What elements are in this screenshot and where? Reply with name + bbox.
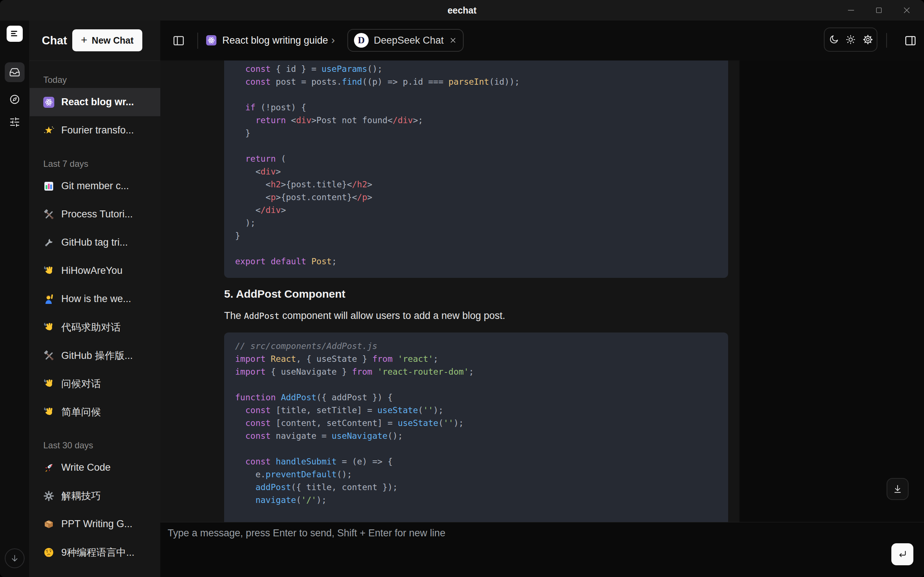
code-line: import React, { useState } from 'react'; [235, 353, 718, 366]
code-line: const [content, setContent] = useState('… [235, 417, 718, 430]
scroll-to-bottom-button[interactable] [887, 478, 909, 500]
chat-item-label: Fourier transfo... [61, 125, 134, 136]
theme-toggle-group [824, 27, 877, 52]
theme-light-button[interactable] [843, 29, 859, 51]
chat-history-item[interactable]: 代码求助对话 [30, 313, 160, 341]
theme-system-button[interactable] [860, 29, 876, 51]
code-line: <p>{post.content}</p> [235, 191, 718, 204]
chat-history-item[interactable]: 问候对话 [30, 369, 160, 398]
chat-item-label: GitHub 操作版... [61, 349, 133, 362]
chat-history-item[interactable]: Process Tutori... [30, 200, 160, 228]
model-tab-close-button[interactable] [449, 36, 457, 44]
arrow-down-to-line-icon [893, 484, 902, 494]
code-line [235, 378, 718, 391]
chat-history-item[interactable]: Fourier transfo... [30, 116, 160, 144]
rail-item-discover[interactable] [5, 89, 24, 109]
code-line: <div> [235, 165, 718, 178]
breadcrumb-topic-title[interactable]: React blog writing guide [222, 21, 328, 61]
chat-history-item[interactable]: React blog wr... [30, 88, 160, 116]
code-line: <h2>{post.title}</h2> [235, 178, 718, 191]
chat-history-item[interactable]: PPT Writing G... [30, 510, 160, 538]
react-logo-icon [43, 97, 54, 108]
deepseek-logo: D [354, 33, 369, 48]
wrench-icon [43, 237, 54, 248]
main-header: React blog writing guide › D DeepSeek Ch… [160, 21, 924, 61]
new-chat-label: New Chat [92, 35, 134, 46]
hammer-wrench-icon [43, 350, 54, 361]
theme-dark-button[interactable] [826, 29, 842, 51]
waving-hand-icon [43, 406, 54, 417]
model-tab-label: DeepSeek Chat [374, 35, 444, 46]
chat-history-item[interactable]: 简单问候 [30, 398, 160, 426]
chat-item-label: 解耦技巧 [61, 489, 101, 503]
code-line: ); [235, 217, 718, 229]
rail-item-settings[interactable] [5, 112, 24, 132]
code-line: return <div>Post not found</div>; [235, 114, 718, 127]
rail-item-chats[interactable] [5, 62, 24, 82]
sidebar-header: Chat + New Chat [30, 21, 160, 61]
app-title: eechat [0, 0, 924, 21]
code-line [235, 89, 718, 101]
send-button[interactable] [891, 543, 913, 565]
code-block-addpost-component: // src/components/AddPost.jsimport React… [224, 332, 728, 523]
message-input[interactable] [167, 527, 865, 572]
code-block-post-component: const { id } = useParams(); const post =… [224, 61, 728, 278]
chat-item-label: React blog wr... [61, 97, 134, 108]
chat-history-item[interactable]: 9种编程语言中... [30, 538, 160, 566]
code-line: import { useNavigate } from 'react-route… [235, 366, 718, 378]
code-line: const post = posts.find((p) => p.id === … [235, 76, 718, 89]
sidebar-title: Chat [42, 21, 67, 61]
chevron-right-icon: › [331, 21, 335, 61]
waving-hand-icon [43, 322, 54, 333]
moon-icon [829, 34, 839, 45]
code-line [235, 442, 718, 455]
chat-message-area[interactable]: const { id } = useParams(); const post =… [160, 61, 924, 522]
code-line: addPost({ title, content }); [235, 481, 718, 494]
panel-left-icon [173, 34, 185, 47]
code-line: function AddPost({ addPost }) { [235, 391, 718, 404]
code-line: const navigate = useNavigate(); [235, 430, 718, 442]
chat-item-label: 9种编程语言中... [61, 546, 135, 559]
minimize-button[interactable] [838, 0, 864, 21]
package-icon [43, 519, 54, 530]
toggle-sidebar-button[interactable] [168, 21, 190, 61]
code-line: } [235, 127, 718, 140]
gear-icon [43, 490, 54, 501]
plus-icon: + [81, 34, 88, 45]
compass-icon [9, 94, 20, 105]
chat-item-label: How is the we... [61, 293, 131, 305]
chat-item-label: Write Code [61, 462, 111, 473]
main-area: React blog writing guide › D DeepSeek Ch… [160, 21, 924, 577]
code-line: } [235, 229, 718, 242]
new-chat-button[interactable]: + New Chat [72, 29, 142, 51]
chat-history-item[interactable]: How is the we... [30, 285, 160, 313]
rail-scroll-down-button[interactable] [5, 548, 24, 568]
toggle-right-panel-button[interactable] [898, 21, 923, 61]
chat-item-label: Process Tutori... [61, 209, 133, 220]
chat-history-item[interactable]: Write Code [30, 453, 160, 482]
section-label: Last 30 days [30, 426, 160, 453]
chat-history-item[interactable]: GitHub 操作版... [30, 341, 160, 369]
code-line: const { id } = useParams(); [235, 63, 718, 76]
thinking-face-icon [43, 547, 54, 558]
model-tab[interactable]: D DeepSeek Chat [347, 29, 464, 52]
chat-item-label: 简单问候 [61, 405, 101, 419]
code-line: </div> [235, 204, 718, 217]
titlebar: eechat [0, 0, 924, 21]
app-logo[interactable] [6, 26, 23, 42]
waving-hand-icon [43, 378, 54, 389]
chat-history-item[interactable]: GitHub tag tri... [30, 228, 160, 256]
section-label: Today [30, 61, 160, 88]
header-divider [197, 32, 198, 49]
chat-history-item[interactable]: HiHowAreYou [30, 256, 160, 285]
close-button[interactable] [894, 0, 919, 21]
sliders-icon [9, 116, 20, 127]
chat-item-label: 问候对话 [61, 377, 101, 390]
maximize-button[interactable] [866, 0, 892, 21]
chat-history-item[interactable]: Git member c... [30, 172, 160, 200]
section-heading: 5. AddPost Component [224, 287, 728, 301]
code-line: return ( [235, 153, 718, 165]
chat-item-label: 代码求助对话 [61, 321, 121, 334]
chat-history-item[interactable]: 解耦技巧 [30, 482, 160, 510]
code-line: e.preventDefault(); [235, 468, 718, 481]
